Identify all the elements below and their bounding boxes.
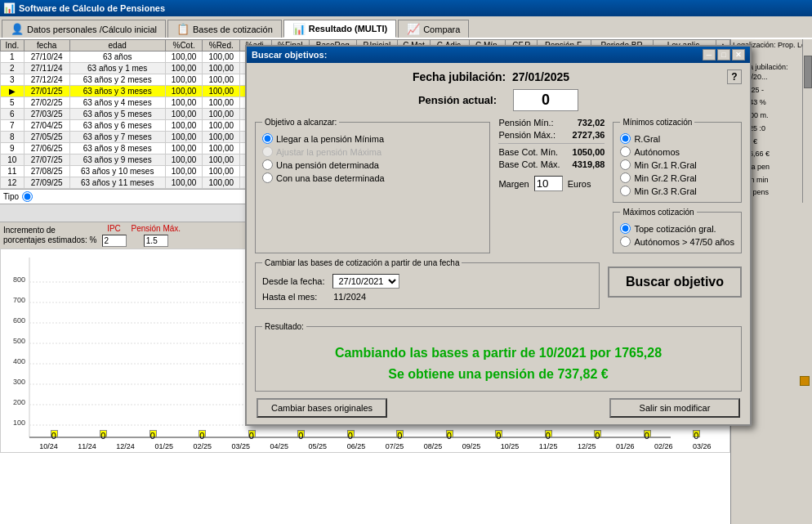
x-label: 03/26 <box>693 442 712 450</box>
tab-compara[interactable]: 📈 Compara <box>398 20 469 38</box>
buscar-objetivos-dialog: Buscar objetivos: ─ □ ✕ Fecha jubilación… <box>245 45 752 426</box>
radio-rgral-input[interactable] <box>620 133 631 144</box>
yellow-square[interactable]: 0 <box>51 430 58 437</box>
resultado-text: Cambiando las bases a partir de 10/2021 … <box>262 339 734 387</box>
table-cell: 100,00 <box>165 109 203 120</box>
radio-min-gr2[interactable]: Min Gr.2 R.Gral <box>620 172 734 183</box>
modal-body: Fecha jubilación: 27/01/2025 ? Pensión a… <box>247 63 750 424</box>
radio-pension-maxima: Ajustar la pensión Máxima <box>262 146 483 157</box>
buscar-objetivo-button[interactable]: Buscar objetivo <box>608 266 742 298</box>
x-label: 11/25 <box>539 442 558 450</box>
table-cell: 100,00 <box>203 86 240 97</box>
radio-min-gr2-input[interactable] <box>620 172 631 183</box>
cambiar-bases-legend: Cambiar las bases de cotización a partir… <box>262 258 462 267</box>
radio-min-gr3-input[interactable] <box>620 186 631 196</box>
x-label: 10/24 <box>39 442 58 450</box>
svg-text:100: 100 <box>13 419 25 427</box>
svg-text:400: 400 <box>13 357 25 365</box>
svg-text:300: 300 <box>13 378 25 386</box>
x-label: 07/25 <box>386 442 404 450</box>
radio-min-gr1[interactable]: Min Gr.1 R.Gral <box>620 159 734 170</box>
yellow-square[interactable]: 0 <box>644 430 651 437</box>
table-cell: 63 años y 4 meses <box>69 97 165 109</box>
yellow-square[interactable]: 0 <box>446 430 453 437</box>
table-cell: 100,00 <box>165 120 203 132</box>
col-cot: %Cot. <box>165 40 203 52</box>
yellow-square[interactable]: 0 <box>594 430 601 437</box>
table-cell: 63 años y 3 meses <box>69 86 165 97</box>
pension-max-label: Pensión Máx. <box>132 224 181 233</box>
tab-resultado[interactable]: 📊 Resultado (MULTI) <box>283 20 396 38</box>
yellow-square[interactable]: 0 <box>396 430 404 437</box>
table-cell: 63 años y 6 meses <box>69 120 165 132</box>
pension-actual-label: Pensión actual: <box>418 94 497 106</box>
yellow-square[interactable]: 0 <box>248 430 256 437</box>
modal-title: Buscar objetivos: <box>252 50 327 60</box>
yellow-square[interactable]: 0 <box>100 430 107 437</box>
table-cell: 10 <box>1 155 25 166</box>
yellow-square[interactable]: 0 <box>495 430 502 437</box>
yellow-square[interactable]: 0 <box>149 430 157 437</box>
table-cell: 100,00 <box>203 166 240 177</box>
radio-rgral[interactable]: R.Gral <box>620 133 734 144</box>
yellow-square[interactable]: 0 <box>199 430 206 437</box>
table-cell: 3 <box>1 74 25 86</box>
radio-autonomos-min[interactable]: Autónomos <box>620 146 734 157</box>
table-cell: 100,00 <box>165 143 203 155</box>
center-info: Pensión Mín.: 732,02 Pensión Máx.: 2727,… <box>498 118 605 253</box>
margen-input[interactable] <box>534 176 563 191</box>
radio-base-determinada[interactable]: Con una base determinada <box>262 172 483 183</box>
pension-actual-row: Pensión actual: 0 <box>255 89 742 111</box>
table-cell: 8 <box>1 132 25 143</box>
radio-autonomos-max-input[interactable] <box>620 236 631 247</box>
radio-autonomos-min-input[interactable] <box>620 146 631 157</box>
radio-pension-minima-input[interactable] <box>262 133 273 144</box>
objetivo-group: Objetivo a alcanzar: Llegar a la pensión… <box>255 118 490 253</box>
tipo-label: Tipo <box>3 192 19 201</box>
table-cell: 100,00 <box>203 177 240 189</box>
yellow-square[interactable]: 0 <box>297 430 305 437</box>
resultado-group: Resultado: Cambiando las bases a partir … <box>255 322 742 392</box>
yellow-square[interactable]: 0 <box>347 430 355 437</box>
yellow-square[interactable]: 0 <box>545 430 552 437</box>
tipo-radio[interactable] <box>22 191 33 202</box>
radio-min-gr3[interactable]: Min Gr.3 R.Gral <box>620 186 734 196</box>
app-icon: 📊 <box>3 2 16 14</box>
radio-tope-gral-input[interactable] <box>620 223 631 234</box>
table-cell: 100,00 <box>203 109 240 120</box>
table-cell: 100,00 <box>203 120 240 132</box>
pension-max-input[interactable] <box>144 235 168 247</box>
table-cell: 100,00 <box>165 97 203 109</box>
svg-text:700: 700 <box>13 296 25 304</box>
yellow-square[interactable]: 0 <box>693 430 700 437</box>
tab-datos[interactable]: 👤 Datos personales /Cálculo inicial <box>2 20 166 38</box>
radio-pension-determinada[interactable]: Una pensión determinada <box>262 159 483 170</box>
radio-base-det-input[interactable] <box>262 172 273 183</box>
resultado-line2: Se obtiene una pensión de 737,82 € <box>265 364 731 385</box>
close-button[interactable]: ✕ <box>732 49 745 60</box>
radio-pension-det-input[interactable] <box>262 159 273 170</box>
maximize-button[interactable]: □ <box>717 49 730 60</box>
hasta-value: 11/2024 <box>333 292 366 302</box>
radio-min-gr1-input[interactable] <box>620 159 631 170</box>
ipc-input[interactable] <box>102 235 127 247</box>
maximos-legend: Máximos cotización <box>620 208 696 217</box>
help-button[interactable]: ? <box>727 69 742 84</box>
desde-select[interactable]: 27/10/2021 <box>332 274 399 289</box>
app-title: Software de Cálculo de Pensiones <box>19 3 165 13</box>
table-cell: 6 <box>1 109 25 120</box>
tab-datos-icon: 👤 <box>11 23 24 35</box>
radio-autonomos-max[interactable]: Autónomos > 47/50 años <box>620 236 734 247</box>
table-cell: 63 años y 7 meses <box>69 132 165 143</box>
table-cell: ▶ <box>1 86 25 97</box>
table-cell: 27/07/25 <box>24 155 69 166</box>
radio-pension-minima[interactable]: Llegar a la pensión Mínima <box>262 133 483 144</box>
cambiar-bases-button[interactable]: Cambiar bases originales <box>257 398 387 418</box>
x-label: 12/25 <box>578 442 596 450</box>
salir-button[interactable]: Salir sin modificar <box>609 398 740 418</box>
radio-tope-gral[interactable]: Tope cotización gral. <box>620 223 734 234</box>
minimize-button[interactable]: ─ <box>703 49 716 60</box>
tab-bases[interactable]: 📋 Bases de cotización <box>167 20 282 38</box>
scrollbar[interactable] <box>802 39 812 203</box>
scroll-thumb[interactable] <box>804 56 812 88</box>
